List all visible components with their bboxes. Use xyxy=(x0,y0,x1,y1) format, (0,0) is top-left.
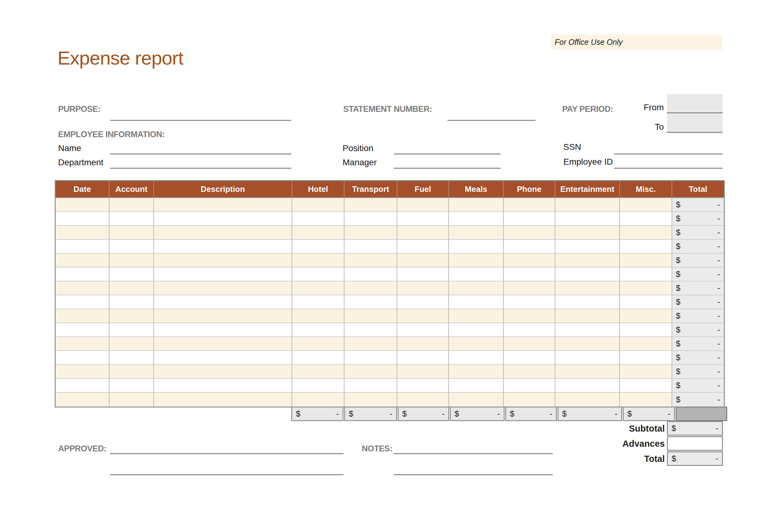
cell-transport[interactable] xyxy=(344,295,397,309)
cell-description[interactable] xyxy=(154,295,292,309)
cell-phone[interactable] xyxy=(504,309,555,323)
pay-period-to-field[interactable] xyxy=(667,114,723,133)
notes-line-1[interactable] xyxy=(394,453,553,454)
cell-fuel[interactable] xyxy=(397,268,449,281)
cell-meals[interactable] xyxy=(449,337,504,351)
cell-entertainment[interactable] xyxy=(555,295,620,309)
cell-entertainment[interactable] xyxy=(555,379,620,393)
cell-description[interactable] xyxy=(154,309,292,323)
statement-number-field[interactable] xyxy=(447,120,535,121)
cell-hotel[interactable] xyxy=(292,323,344,337)
cell-fuel[interactable] xyxy=(397,295,449,309)
cell-entertainment[interactable] xyxy=(555,226,620,240)
cell-date[interactable] xyxy=(56,295,109,309)
cell-misc[interactable] xyxy=(620,393,672,407)
cell-fuel[interactable] xyxy=(397,393,449,407)
cell-account[interactable] xyxy=(109,268,154,281)
approved-signature-line-1[interactable] xyxy=(110,453,344,454)
cell-phone[interactable] xyxy=(504,198,555,212)
cell-date[interactable] xyxy=(56,240,109,254)
cell-fuel[interactable] xyxy=(397,365,449,379)
cell-phone[interactable] xyxy=(504,337,555,351)
name-field[interactable] xyxy=(110,154,291,154)
cell-date[interactable] xyxy=(56,268,109,281)
cell-account[interactable] xyxy=(109,379,154,393)
cell-description[interactable] xyxy=(154,351,292,365)
cell-transport[interactable] xyxy=(344,212,397,226)
cell-misc[interactable] xyxy=(620,281,672,295)
cell-misc[interactable] xyxy=(620,323,672,337)
cell-description[interactable] xyxy=(154,226,292,240)
cell-meals[interactable] xyxy=(449,240,504,254)
cell-hotel[interactable] xyxy=(292,365,344,379)
cell-meals[interactable] xyxy=(449,379,504,393)
cell-hotel[interactable] xyxy=(292,240,344,254)
cell-date[interactable] xyxy=(56,281,109,295)
cell-meals[interactable] xyxy=(449,393,504,407)
cell-account[interactable] xyxy=(109,226,154,240)
cell-misc[interactable] xyxy=(620,295,672,309)
cell-entertainment[interactable] xyxy=(555,351,620,365)
cell-fuel[interactable] xyxy=(397,337,449,351)
cell-meals[interactable] xyxy=(449,351,504,365)
cell-entertainment[interactable] xyxy=(555,309,620,323)
cell-hotel[interactable] xyxy=(292,281,344,295)
cell-transport[interactable] xyxy=(344,379,397,393)
cell-transport[interactable] xyxy=(344,254,397,268)
cell-date[interactable] xyxy=(56,337,109,351)
cell-transport[interactable] xyxy=(344,323,397,337)
cell-account[interactable] xyxy=(109,212,154,226)
cell-description[interactable] xyxy=(154,281,292,295)
cell-misc[interactable] xyxy=(620,379,672,393)
cell-misc[interactable] xyxy=(620,212,672,226)
cell-entertainment[interactable] xyxy=(555,268,620,281)
cell-fuel[interactable] xyxy=(397,198,449,212)
cell-description[interactable] xyxy=(154,198,292,212)
cell-misc[interactable] xyxy=(620,365,672,379)
cell-description[interactable] xyxy=(154,254,292,268)
cell-phone[interactable] xyxy=(504,226,555,240)
cell-meals[interactable] xyxy=(449,281,504,295)
cell-hotel[interactable] xyxy=(292,351,344,365)
cell-fuel[interactable] xyxy=(397,226,449,240)
cell-phone[interactable] xyxy=(504,365,555,379)
cell-hotel[interactable] xyxy=(292,254,344,268)
cell-date[interactable] xyxy=(56,365,109,379)
notes-line-2[interactable] xyxy=(394,474,553,475)
cell-transport[interactable] xyxy=(344,198,397,212)
cell-date[interactable] xyxy=(56,309,109,323)
cell-fuel[interactable] xyxy=(397,254,449,268)
cell-misc[interactable] xyxy=(620,198,672,212)
cell-description[interactable] xyxy=(154,365,292,379)
cell-transport[interactable] xyxy=(344,365,397,379)
cell-phone[interactable] xyxy=(504,240,555,254)
cell-hotel[interactable] xyxy=(292,393,344,407)
manager-field[interactable] xyxy=(394,168,500,169)
cell-fuel[interactable] xyxy=(397,240,449,254)
cell-entertainment[interactable] xyxy=(555,198,620,212)
cell-meals[interactable] xyxy=(449,212,504,226)
cell-description[interactable] xyxy=(154,240,292,254)
cell-account[interactable] xyxy=(109,295,154,309)
cell-misc[interactable] xyxy=(620,254,672,268)
cell-misc[interactable] xyxy=(620,226,672,240)
cell-account[interactable] xyxy=(109,309,154,323)
department-field[interactable] xyxy=(110,168,291,169)
cell-fuel[interactable] xyxy=(397,323,449,337)
approved-signature-line-2[interactable] xyxy=(110,474,344,475)
cell-entertainment[interactable] xyxy=(555,337,620,351)
cell-transport[interactable] xyxy=(344,309,397,323)
cell-date[interactable] xyxy=(56,212,109,226)
cell-account[interactable] xyxy=(109,198,154,212)
cell-phone[interactable] xyxy=(504,281,555,295)
cell-meals[interactable] xyxy=(449,268,504,281)
cell-entertainment[interactable] xyxy=(555,393,620,407)
cell-date[interactable] xyxy=(56,393,109,407)
cell-phone[interactable] xyxy=(504,254,555,268)
cell-meals[interactable] xyxy=(449,365,504,379)
advances-cell[interactable] xyxy=(667,436,723,451)
cell-hotel[interactable] xyxy=(292,337,344,351)
cell-description[interactable] xyxy=(154,323,292,337)
cell-account[interactable] xyxy=(109,281,154,295)
cell-phone[interactable] xyxy=(504,351,555,365)
